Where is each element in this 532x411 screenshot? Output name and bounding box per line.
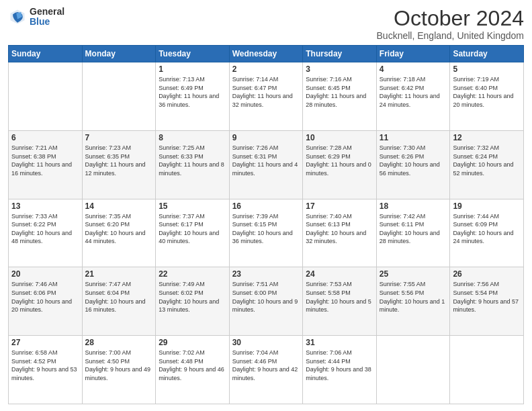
day-number: 23 (232, 269, 300, 279)
day-info: Sunrise: 7:21 AM Sunset: 6:38 PM Dayligh… (11, 144, 79, 177)
logo-text: General Blue (30, 7, 64, 28)
day-number: 25 (380, 269, 447, 279)
day-number: 16 (232, 201, 300, 211)
day-number: 11 (380, 133, 447, 142)
day-info: Sunrise: 7:33 AM Sunset: 6:22 PM Dayligh… (11, 212, 79, 246)
calendar-cell: 28Sunrise: 7:00 AM Sunset: 4:50 PM Dayli… (82, 336, 156, 404)
calendar-week-2: 6Sunrise: 7:21 AM Sunset: 6:38 PM Daylig… (9, 130, 524, 199)
calendar-cell: 3Sunrise: 7:16 AM Sunset: 6:45 PM Daylig… (303, 62, 377, 131)
day-info: Sunrise: 7:49 AM Sunset: 6:02 PM Dayligh… (159, 280, 226, 314)
day-header-saturday: Saturday (450, 46, 524, 62)
calendar-cell: 25Sunrise: 7:55 AM Sunset: 5:56 PM Dayli… (376, 267, 450, 336)
day-number: 15 (159, 201, 226, 211)
day-info: Sunrise: 7:46 AM Sunset: 6:06 PM Dayligh… (11, 280, 79, 314)
day-info: Sunrise: 7:40 AM Sunset: 6:13 PM Dayligh… (306, 212, 373, 246)
day-info: Sunrise: 7:42 AM Sunset: 6:11 PM Dayligh… (380, 212, 447, 246)
calendar-cell: 14Sunrise: 7:35 AM Sunset: 6:20 PM Dayli… (82, 199, 156, 267)
calendar-cell (9, 62, 83, 131)
calendar-cell: 8Sunrise: 7:25 AM Sunset: 6:33 PM Daylig… (156, 130, 230, 199)
day-info: Sunrise: 7:53 AM Sunset: 5:58 PM Dayligh… (306, 280, 373, 314)
day-info: Sunrise: 7:47 AM Sunset: 6:04 PM Dayligh… (85, 280, 153, 314)
day-number: 14 (85, 201, 153, 211)
day-info: Sunrise: 7:13 AM Sunset: 6:49 PM Dayligh… (159, 75, 226, 109)
calendar-cell: 10Sunrise: 7:28 AM Sunset: 6:29 PM Dayli… (303, 130, 377, 199)
calendar-cell: 12Sunrise: 7:32 AM Sunset: 6:24 PM Dayli… (450, 130, 524, 199)
day-number: 22 (159, 269, 226, 279)
day-header-monday: Monday (82, 46, 156, 62)
day-number: 9 (232, 133, 300, 142)
day-info: Sunrise: 7:44 AM Sunset: 6:09 PM Dayligh… (453, 212, 521, 246)
calendar-cell: 11Sunrise: 7:30 AM Sunset: 6:26 PM Dayli… (376, 130, 450, 199)
day-info: Sunrise: 7:35 AM Sunset: 6:20 PM Dayligh… (85, 212, 153, 246)
day-number: 4 (380, 64, 447, 74)
day-info: Sunrise: 7:06 AM Sunset: 4:44 PM Dayligh… (306, 349, 373, 382)
title-block: October 2024 Bucknell, England, United K… (377, 7, 524, 41)
calendar-cell: 7Sunrise: 7:23 AM Sunset: 6:35 PM Daylig… (82, 130, 156, 199)
calendar-cell: 26Sunrise: 7:56 AM Sunset: 5:54 PM Dayli… (450, 267, 524, 336)
calendar-cell: 13Sunrise: 7:33 AM Sunset: 6:22 PM Dayli… (9, 199, 83, 267)
day-number: 3 (306, 64, 373, 74)
day-number: 29 (159, 338, 226, 347)
day-info: Sunrise: 7:18 AM Sunset: 6:42 PM Dayligh… (380, 75, 447, 109)
day-number: 6 (11, 133, 79, 142)
calendar-cell: 5Sunrise: 7:19 AM Sunset: 6:40 PM Daylig… (450, 62, 524, 131)
day-info: Sunrise: 7:14 AM Sunset: 6:47 PM Dayligh… (232, 75, 300, 109)
logo: General Blue (8, 7, 64, 28)
day-number: 5 (453, 64, 521, 74)
calendar-cell: 15Sunrise: 7:37 AM Sunset: 6:17 PM Dayli… (156, 199, 230, 267)
day-number: 10 (306, 133, 373, 142)
calendar-cell (450, 336, 524, 404)
calendar-week-3: 13Sunrise: 7:33 AM Sunset: 6:22 PM Dayli… (9, 199, 524, 267)
day-info: Sunrise: 7:04 AM Sunset: 4:46 PM Dayligh… (232, 349, 300, 382)
day-info: Sunrise: 7:00 AM Sunset: 4:50 PM Dayligh… (85, 349, 153, 382)
day-number: 24 (306, 269, 373, 279)
day-header-thursday: Thursday (303, 46, 377, 62)
day-number: 17 (306, 201, 373, 211)
calendar-cell: 23Sunrise: 7:51 AM Sunset: 6:00 PM Dayli… (229, 267, 303, 336)
calendar-cell: 21Sunrise: 7:47 AM Sunset: 6:04 PM Dayli… (82, 267, 156, 336)
calendar-header-row: SundayMondayTuesdayWednesdayThursdayFrid… (9, 46, 524, 62)
calendar-week-1: 1Sunrise: 7:13 AM Sunset: 6:49 PM Daylig… (9, 62, 524, 131)
main-title: October 2024 (377, 7, 524, 30)
day-info: Sunrise: 7:55 AM Sunset: 5:56 PM Dayligh… (380, 280, 447, 314)
day-info: Sunrise: 7:39 AM Sunset: 6:15 PM Dayligh… (232, 212, 300, 246)
day-header-tuesday: Tuesday (156, 46, 230, 62)
day-number: 26 (453, 269, 521, 279)
day-number: 1 (159, 64, 226, 74)
day-info: Sunrise: 7:19 AM Sunset: 6:40 PM Dayligh… (453, 75, 521, 109)
day-header-wednesday: Wednesday (229, 46, 303, 62)
day-header-sunday: Sunday (9, 46, 83, 62)
day-number: 2 (232, 64, 300, 74)
day-number: 27 (11, 338, 79, 347)
calendar-cell: 22Sunrise: 7:49 AM Sunset: 6:02 PM Dayli… (156, 267, 230, 336)
calendar-cell: 29Sunrise: 7:02 AM Sunset: 4:48 PM Dayli… (156, 336, 230, 404)
day-number: 28 (85, 338, 153, 347)
day-info: Sunrise: 7:56 AM Sunset: 5:54 PM Dayligh… (453, 280, 521, 314)
logo-icon (8, 7, 27, 26)
calendar-cell: 20Sunrise: 7:46 AM Sunset: 6:06 PM Dayli… (9, 267, 83, 336)
calendar-cell: 31Sunrise: 7:06 AM Sunset: 4:44 PM Dayli… (303, 336, 377, 404)
day-number: 12 (453, 133, 521, 142)
day-info: Sunrise: 7:23 AM Sunset: 6:35 PM Dayligh… (85, 144, 153, 177)
calendar-cell: 17Sunrise: 7:40 AM Sunset: 6:13 PM Dayli… (303, 199, 377, 267)
subtitle: Bucknell, England, United Kingdom (377, 30, 524, 41)
calendar-cell: 18Sunrise: 7:42 AM Sunset: 6:11 PM Dayli… (376, 199, 450, 267)
calendar-cell: 2Sunrise: 7:14 AM Sunset: 6:47 PM Daylig… (229, 62, 303, 131)
day-number: 13 (11, 201, 79, 211)
day-number: 30 (232, 338, 300, 347)
calendar-cell: 6Sunrise: 7:21 AM Sunset: 6:38 PM Daylig… (9, 130, 83, 199)
day-info: Sunrise: 7:37 AM Sunset: 6:17 PM Dayligh… (159, 212, 226, 246)
logo-general: General (30, 7, 64, 17)
logo-blue: Blue (30, 17, 64, 27)
calendar-cell: 30Sunrise: 7:04 AM Sunset: 4:46 PM Dayli… (229, 336, 303, 404)
header: General Blue October 2024 Bucknell, Engl… (8, 7, 524, 41)
day-info: Sunrise: 7:26 AM Sunset: 6:31 PM Dayligh… (232, 144, 300, 177)
day-number: 18 (380, 201, 447, 211)
calendar-cell: 24Sunrise: 7:53 AM Sunset: 5:58 PM Dayli… (303, 267, 377, 336)
calendar: SundayMondayTuesdayWednesdayThursdayFrid… (8, 45, 524, 404)
calendar-week-5: 27Sunrise: 6:58 AM Sunset: 4:52 PM Dayli… (9, 336, 524, 404)
day-info: Sunrise: 7:30 AM Sunset: 6:26 PM Dayligh… (380, 144, 447, 177)
day-number: 21 (85, 269, 153, 279)
calendar-cell: 9Sunrise: 7:26 AM Sunset: 6:31 PM Daylig… (229, 130, 303, 199)
day-info: Sunrise: 6:58 AM Sunset: 4:52 PM Dayligh… (11, 349, 79, 382)
